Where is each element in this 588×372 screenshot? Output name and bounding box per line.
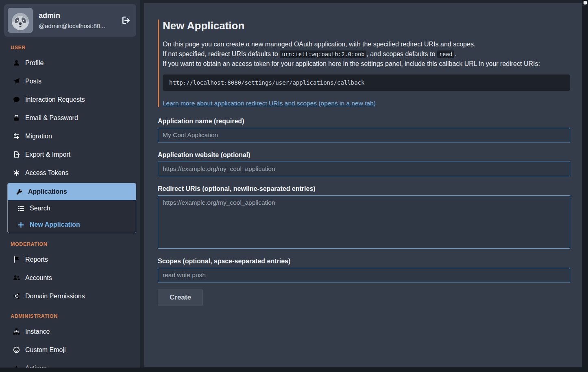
bolt-icon [13,365,20,368]
user-card[interactable]: admin @admin@localhost:80... [4,4,136,37]
sidebar-item-instance[interactable]: Instance [4,322,136,341]
sidebar-item-label: Export & Import [25,151,70,158]
sidebar-item-email-password[interactable]: Email & Password [4,109,136,127]
sidebar-subitem-new-application-active[interactable]: New Application [8,217,136,233]
sidebar-subitem-search[interactable]: Search [8,200,136,217]
callback-url-code-block: http://localhost:8080/settings/user/appl… [163,74,570,91]
sidebar-item-label: Accounts [25,274,52,282]
avatar [8,8,33,33]
main-panel: New Application On this page you can cre… [144,3,582,367]
application-website-label: Application website (optional) [158,151,570,159]
arrows-left-right-icon [13,133,20,140]
asterisk-icon [13,169,20,176]
flag-icon [13,256,20,263]
sidebar-item-label: New Application [30,221,80,228]
user-icon [13,59,20,66]
sidebar-item-actions[interactable]: Actions [4,359,136,368]
vertical-scrollbar-thumb[interactable] [584,1,587,4]
sidebar-item-label: Search [30,205,50,212]
sidebar-item-export-import[interactable]: Export & Import [4,145,136,164]
sidebar-item-access-tokens[interactable]: Access Tokens [4,164,136,182]
vertical-scrollbar-track[interactable] [582,0,588,372]
application-name-label: Application name (required) [158,118,570,125]
user-meta: admin @admin@localhost:80... [39,11,105,29]
application-website-input[interactable] [158,162,570,176]
sidebar-item-label: Custom Emoji [25,346,66,354]
plus-icon [17,221,24,228]
section-header-moderation: MODERATION [11,241,136,247]
sidebar-item-label: Migration [25,133,52,140]
sidebar-item-accounts[interactable]: Accounts [4,269,136,287]
sidebar-item-label: Reports [25,256,48,263]
sidebar-item-profile[interactable]: Profile [4,54,136,72]
sign-out-icon[interactable] [122,16,131,25]
sidebar-item-label: Actions [25,365,46,368]
users-icon [13,274,20,281]
sidebar-item-migration[interactable]: Migration [4,127,136,145]
redirect-uris-label: Redirect URIs (optional, newline-separat… [158,185,570,193]
section-header-user: USER [11,45,136,50]
sidebar-item-interaction-requests[interactable]: Interaction Requests [4,90,136,109]
sidebar-item-domain-permissions[interactable]: Domain Permissions [4,287,136,305]
learn-more-link[interactable]: Learn more about application redirect UR… [163,100,376,107]
comment-icon [13,96,20,103]
sidebar-item-posts[interactable]: Posts [4,72,136,90]
sidebar-item-label: Applications [28,188,67,195]
sidebar-item-label: Instance [25,328,50,335]
scopes-label: Scopes (optional, space-separated entrie… [158,258,570,265]
scopes-input[interactable] [158,268,570,282]
intro-line-2: If not specified, redirect URIs defaults… [163,49,570,59]
page-title: New Application [163,20,570,32]
redirect-uris-textarea[interactable] [158,195,570,249]
paper-plane-icon [13,78,20,85]
intro-line-1: On this page you can create a new manage… [163,39,570,49]
sidebar-item-reports[interactable]: Reports [4,250,136,269]
intro-line-2-text: . [454,50,456,57]
file-export-icon [13,151,20,158]
sitemap-icon [13,328,20,335]
section-header-administration: ADMINISTRATION [11,313,136,319]
create-button[interactable]: Create [158,289,203,306]
lock-icon [13,114,20,121]
sidebar-item-label: Posts [25,78,41,85]
sidebar-item-label: Access Tokens [25,169,68,177]
share-nodes-icon [13,293,20,300]
application-name-input[interactable] [158,128,570,142]
sloth-avatar-image [8,8,33,33]
new-application-form: Application name (required) Application … [158,118,570,306]
list-icon [17,205,24,212]
user-name: admin [39,11,105,20]
user-handle: @admin@localhost:80... [39,22,105,29]
applications-group: Applications Search New Application [7,183,136,233]
smile-icon [13,346,20,353]
intro-line-2-text: If not specified, redirect URIs defaults… [163,50,280,57]
sidebar-item-custom-emoji[interactable]: Custom Emoji [4,341,136,359]
sidebar-item-applications-active[interactable]: Applications [8,183,136,200]
sidebar-item-label: Domain Permissions [25,293,85,300]
intro-line-3: If you want to obtain an access token fo… [163,59,570,69]
inline-code-read: read [437,50,455,58]
intro-line-2-text: , and scopes defaults to [366,50,437,57]
sidebar-item-label: Interaction Requests [25,96,85,103]
sidebar-item-label: Profile [25,59,44,67]
wrench-icon [16,188,23,195]
settings-sidebar: admin @admin@localhost:80... USER Profil… [0,0,140,368]
intro-section: New Application On this page you can cre… [158,20,570,107]
inline-code-oob: urn:ietf:wg:oauth:2.0:oob [280,50,366,58]
sidebar-item-label: Email & Password [25,114,78,122]
horizontal-scrollbar-track[interactable] [0,368,588,372]
